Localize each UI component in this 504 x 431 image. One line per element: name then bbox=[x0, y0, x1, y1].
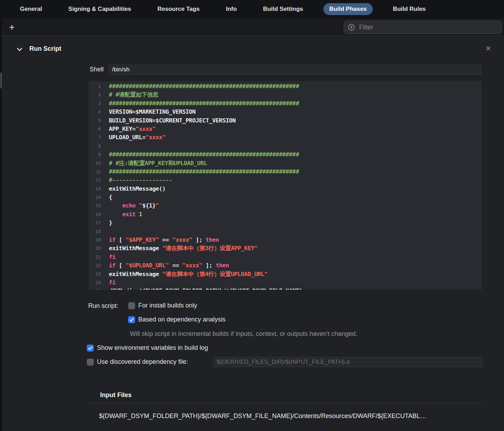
line-number: 11 bbox=[89, 168, 101, 176]
filter-field[interactable] bbox=[344, 21, 502, 34]
chevron-down-icon[interactable] bbox=[16, 46, 23, 53]
tab-general[interactable]: General bbox=[14, 3, 48, 15]
vertical-scrollbar[interactable] bbox=[0, 19, 2, 431]
line-number: 1 bbox=[89, 82, 101, 91]
line-number: 19 bbox=[89, 236, 101, 244]
shell-input[interactable] bbox=[109, 65, 481, 75]
line-number: 25 bbox=[89, 287, 101, 290]
code-line: 15 echo "${1}" bbox=[89, 202, 482, 210]
line-number: 12 bbox=[89, 176, 101, 184]
line-number: 8 bbox=[89, 142, 101, 150]
tab-build-phases[interactable]: Build Phases bbox=[323, 3, 373, 15]
code-line: 7UPLOAD_URL="xxxx" bbox=[89, 133, 482, 142]
code-line: 11######################################… bbox=[89, 168, 482, 176]
code-line: 17} bbox=[89, 219, 482, 227]
line-number: 16 bbox=[89, 210, 101, 219]
line-number: 18 bbox=[89, 227, 101, 236]
input-files-list: ${DWARF_DSYM_FOLDER_PATH}/${DWARF_DSYM_F… bbox=[99, 411, 482, 421]
code-line: 4VERSION=$MARKETING_VERSION bbox=[89, 108, 482, 116]
code-line: 6APP_KEY="xxxx" bbox=[89, 125, 482, 133]
tab-build-rules[interactable]: Build Rules bbox=[387, 3, 432, 15]
code-line: 8 bbox=[89, 142, 482, 150]
filter-input[interactable] bbox=[358, 23, 498, 31]
phase-title: Run Script bbox=[29, 45, 61, 52]
discovered-dependency-checkbox[interactable] bbox=[87, 359, 94, 366]
run-script-label: Run script: bbox=[88, 302, 118, 310]
code-line: 24fi bbox=[89, 278, 482, 287]
line-number: 5 bbox=[89, 116, 101, 125]
show-env-label: Show environment variables in build log bbox=[97, 344, 208, 352]
shell-label: Shell bbox=[0, 66, 104, 73]
line-number: 24 bbox=[89, 278, 101, 287]
line-number: 4 bbox=[89, 108, 101, 116]
line-number: 6 bbox=[89, 125, 101, 133]
dependency-analysis-checkbox[interactable] bbox=[128, 316, 135, 323]
tab-signing-capabilities[interactable]: Signing & Capabilities bbox=[62, 3, 137, 15]
filter-icon bbox=[348, 23, 355, 31]
line-number: 13 bbox=[89, 185, 101, 193]
line-number: 20 bbox=[89, 244, 101, 253]
option-dependency-analysis: Based on dependency analysis bbox=[128, 316, 225, 323]
dependency-file-input[interactable] bbox=[214, 357, 482, 367]
code-line: 13exitWithMessage() bbox=[89, 185, 482, 193]
script-editor[interactable]: 1#######################################… bbox=[89, 81, 482, 290]
tab-info[interactable]: Info bbox=[220, 3, 243, 15]
add-phase-button[interactable]: + bbox=[7, 21, 17, 34]
code-line: 23exitWithMessage "请在脚本中（第4行）设置UPLOAD_UR… bbox=[89, 270, 482, 278]
code-line: 10# #注:请配置APP_KEY和UPLOAD_URL bbox=[89, 159, 482, 168]
code-line: 1#######################################… bbox=[89, 82, 482, 91]
dependency-analysis-label: Based on dependency analysis bbox=[138, 316, 225, 323]
phase-toolbar: + bbox=[2, 19, 504, 36]
input-files-title: Input Files bbox=[100, 391, 132, 399]
install-only-checkbox[interactable] bbox=[128, 302, 135, 309]
code-line: 12#------------------ bbox=[89, 176, 482, 184]
line-number: 10 bbox=[89, 159, 101, 168]
script-editor-lines: 1#######################################… bbox=[89, 82, 482, 290]
code-line: 2# #请配置如下信息 bbox=[89, 91, 482, 99]
code-line: 3#######################################… bbox=[89, 99, 482, 108]
line-number: 3 bbox=[89, 99, 101, 108]
code-line: 19if [ "$APP_KEY" == "xxxx" ]; then bbox=[89, 236, 482, 244]
code-line: 9#######################################… bbox=[89, 150, 482, 159]
code-line: 5BUILD_VERSION=$CURRENT_PROJECT_VERSION bbox=[89, 116, 482, 125]
line-number: 17 bbox=[89, 219, 101, 227]
install-only-label: For install builds only bbox=[138, 302, 197, 309]
code-line: 16 exit 1 bbox=[89, 210, 482, 219]
line-number: 7 bbox=[89, 133, 101, 142]
line-number: 23 bbox=[89, 270, 101, 278]
dependency-analysis-note: Will skip script in incremental builds i… bbox=[130, 330, 357, 338]
option-show-env: Show environment variables in build log bbox=[87, 344, 208, 352]
close-icon[interactable]: ✕ bbox=[484, 44, 492, 53]
tab-resource-tags[interactable]: Resource Tags bbox=[152, 3, 206, 15]
line-number: 14 bbox=[89, 193, 101, 202]
code-line: 22if [ "$UPLOAD_URL" == "xxxx" ]; then bbox=[89, 261, 482, 270]
code-line: 25dSYM_dir=${DWARF_DSYM_FOLDER_PATH}/${D… bbox=[89, 287, 482, 290]
line-number: 2 bbox=[89, 91, 101, 99]
line-number: 21 bbox=[89, 253, 101, 261]
scrollbar-thumb[interactable] bbox=[0, 72, 2, 89]
code-line: 20exitWithMessage "请在脚本中（第3行）设置APP_KEY" bbox=[89, 244, 482, 253]
tab-build-settings[interactable]: Build Settings bbox=[257, 3, 309, 15]
code-line: 14{ bbox=[89, 193, 482, 202]
code-line: 18 bbox=[89, 227, 482, 236]
line-number: 22 bbox=[89, 261, 101, 270]
option-discovered-dependency: Use discovered dependency file: bbox=[87, 358, 188, 366]
code-line: 21fi bbox=[89, 253, 482, 261]
input-files-divider bbox=[88, 403, 482, 403]
run-script-header: Run Script ✕ bbox=[0, 36, 504, 59]
tab-bar: GeneralSigning & CapabilitiesResource Ta… bbox=[0, 0, 504, 18]
input-file-row[interactable]: ${DWARF_DSYM_FOLDER_PATH}/${DWARF_DSYM_F… bbox=[99, 411, 482, 421]
line-number: 9 bbox=[89, 150, 101, 159]
build-phases-pane: GeneralSigning & CapabilitiesResource Ta… bbox=[0, 0, 504, 431]
show-env-checkbox[interactable] bbox=[87, 345, 94, 352]
line-number: 15 bbox=[89, 202, 101, 210]
option-install-builds-only: For install builds only bbox=[128, 302, 197, 309]
discovered-dependency-label: Use discovered dependency file: bbox=[97, 358, 188, 366]
